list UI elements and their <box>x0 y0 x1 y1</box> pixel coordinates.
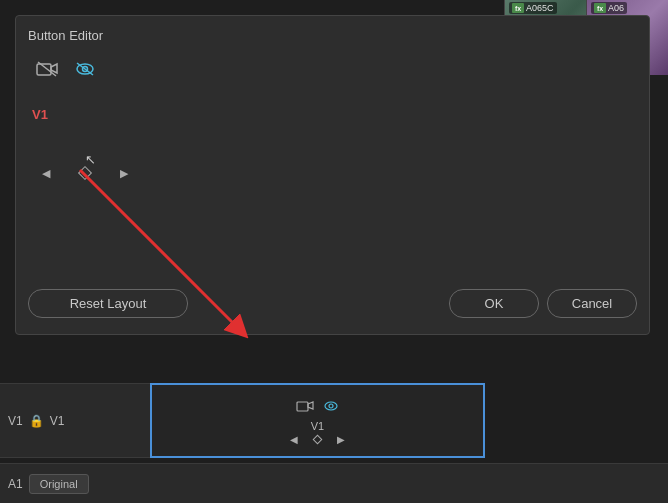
svg-rect-0 <box>37 64 51 75</box>
track-button-panel: V1 ◀ ▶ <box>150 383 485 458</box>
bottom-bar: A1 Original <box>0 463 668 503</box>
original-button[interactable]: Original <box>29 474 89 494</box>
track-v1-header-label2: V1 <box>50 414 65 428</box>
bottom-a1-label: A1 <box>8 477 23 491</box>
clip-area <box>485 383 668 458</box>
track-v1-label: V1 <box>32 107 48 122</box>
camera-off-button[interactable] <box>32 55 62 83</box>
svg-rect-6 <box>297 402 308 411</box>
arrow-row: ◀ ▶ <box>32 163 134 183</box>
track-btn-row <box>294 396 342 416</box>
cursor-indicator: ↖ <box>85 152 96 167</box>
track-arrow-row: ◀ ▶ <box>290 434 345 445</box>
dialog-toolbar <box>28 55 637 83</box>
clip-1-label: fx A065C <box>509 2 557 14</box>
track-left-arrow[interactable]: ◀ <box>290 434 298 445</box>
ok-button[interactable]: OK <box>449 289 539 318</box>
clip-2-label: fx A06 <box>591 2 627 14</box>
dialog-title: Button Editor <box>28 28 637 43</box>
button-editor-dialog: Button Editor V1 ◀ ▶ <box>15 15 650 335</box>
track-camera-icon[interactable] <box>294 396 316 416</box>
track-v1-small: V1 <box>311 420 324 432</box>
track-button-area: V1 ◀ ▶ <box>28 99 637 229</box>
eye-off-icon <box>74 60 96 78</box>
svg-marker-7 <box>308 402 313 409</box>
track-diamond <box>313 435 323 445</box>
diamond-icon <box>78 166 92 180</box>
camera-off-icon <box>36 60 58 78</box>
track-right-arrow[interactable]: ▶ <box>337 434 345 445</box>
track-v1-header-label: V1 <box>8 414 23 428</box>
eye-off-button[interactable] <box>70 55 100 83</box>
right-arrow-button[interactable]: ▶ <box>114 163 134 183</box>
fx-badge-1: fx <box>512 3 524 13</box>
dialog-footer: Reset Layout OK Cancel <box>28 289 637 318</box>
svg-point-8 <box>325 402 337 410</box>
track-header-left: V1 🔒 V1 <box>0 383 150 458</box>
svg-marker-1 <box>51 64 57 73</box>
svg-point-9 <box>329 404 333 408</box>
reset-layout-button[interactable]: Reset Layout <box>28 289 188 318</box>
cancel-button[interactable]: Cancel <box>547 289 637 318</box>
track-eye-icon[interactable] <box>320 396 342 416</box>
eye-icon-small <box>322 399 340 413</box>
fx-badge-2: fx <box>594 3 606 13</box>
camera-icon-small <box>296 399 314 413</box>
left-arrow-button[interactable]: ◀ <box>36 163 56 183</box>
lock-icon: 🔒 <box>29 414 44 428</box>
track-row: V1 🔒 V1 V1 ◀ ▶ <box>0 383 668 458</box>
